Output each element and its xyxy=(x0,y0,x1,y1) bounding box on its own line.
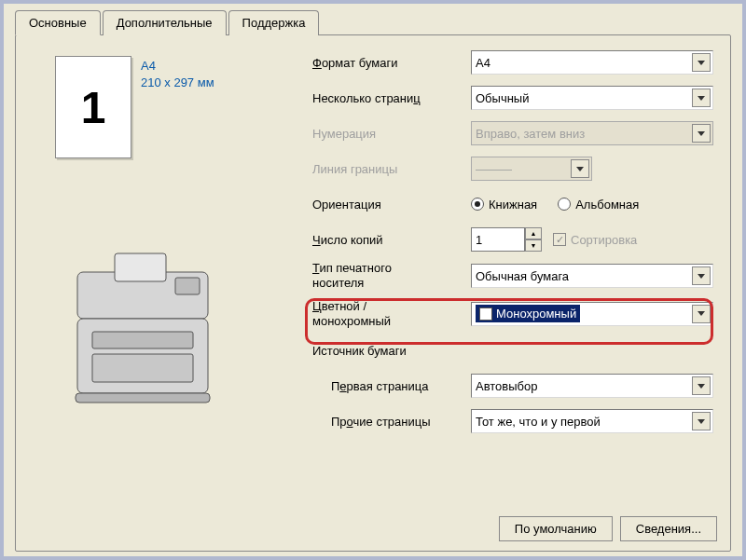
page-dimensions: 210 x 297 мм xyxy=(141,75,214,91)
tab-support[interactable]: Поддержка xyxy=(228,10,320,35)
svg-rect-5 xyxy=(92,354,193,382)
svg-rect-2 xyxy=(175,278,200,294)
page-preview: 1 xyxy=(55,56,131,158)
svg-rect-4 xyxy=(92,332,193,348)
radio-dot-icon xyxy=(558,198,571,211)
chevron-down-icon xyxy=(692,376,711,395)
combo-multi-page[interactable]: Обычный xyxy=(471,86,713,110)
svg-rect-6 xyxy=(76,393,210,403)
spin-copies[interactable]: ▲ ▼ xyxy=(471,227,546,252)
combo-border-lines: ——— xyxy=(471,157,592,181)
label-other-pages: Прочие страницы xyxy=(312,415,471,429)
label-border-lines: Линия границы xyxy=(312,162,471,176)
checkbox-box-icon: ✓ xyxy=(553,233,566,246)
tab-main[interactable]: Основные xyxy=(15,10,101,35)
chevron-down-icon xyxy=(692,53,711,72)
spin-up-icon[interactable]: ▲ xyxy=(525,227,542,239)
defaults-button[interactable]: По умолчанию xyxy=(499,516,613,541)
printer-properties-dialog: Основные Дополнительные Поддержка 1 A4 2… xyxy=(4,4,742,556)
combo-color-mode[interactable]: Монохромный xyxy=(471,302,713,326)
combo-other-pages[interactable]: Тот же, что и у первой xyxy=(471,409,713,433)
combo-numbering: Вправо, затем вниз xyxy=(471,121,713,145)
combo-media-type[interactable]: Обычная бумага xyxy=(471,264,713,288)
label-copies: Число копий xyxy=(312,233,471,247)
radio-dot-icon xyxy=(471,198,484,211)
chevron-down-icon xyxy=(571,159,589,178)
chevron-down-icon xyxy=(692,124,711,143)
dialog-buttons: По умолчанию Сведения... xyxy=(499,516,717,541)
combo-paper-format[interactable]: A4 xyxy=(471,50,713,75)
tab-strip: Основные Дополнительные Поддержка xyxy=(4,4,742,34)
label-numbering: Нумерация xyxy=(312,127,471,141)
copies-input[interactable] xyxy=(471,227,525,252)
printer-illustration xyxy=(49,235,236,424)
label-paper-format: Формат бумаги xyxy=(312,56,471,70)
monochrome-swatch-icon xyxy=(479,307,492,321)
chevron-down-icon xyxy=(692,89,711,107)
spin-down-icon[interactable]: ▼ xyxy=(525,239,542,252)
checkbox-collate: ✓ Сортировка xyxy=(553,233,637,247)
chevron-down-icon xyxy=(692,266,711,285)
combo-first-page[interactable]: Автовыбор xyxy=(471,374,713,398)
label-paper-source: Источник бумаги xyxy=(312,344,471,358)
label-color-mode: Цветной /монохромный xyxy=(312,299,471,330)
about-button[interactable]: Сведения... xyxy=(620,516,717,541)
page-format-name: A4 xyxy=(141,58,214,75)
page-info: A4 210 x 297 мм xyxy=(141,58,214,91)
label-orientation: Ориентация xyxy=(312,198,471,212)
label-multi-page: Несколько страниц xyxy=(312,91,471,105)
tab-extra[interactable]: Дополнительные xyxy=(103,10,227,35)
tab-panel-main: 1 A4 210 x 297 мм Форм xyxy=(15,34,731,552)
chevron-down-icon xyxy=(692,305,711,323)
chevron-down-icon xyxy=(692,412,711,430)
settings-column: Формат бумаги A4 Несколько страниц Обычн… xyxy=(312,48,713,443)
svg-rect-1 xyxy=(115,253,166,281)
label-media-type: Тип печатногоносителя xyxy=(312,261,471,292)
radio-landscape[interactable]: Альбомная xyxy=(558,198,639,212)
radio-portrait[interactable]: Книжная xyxy=(471,198,537,212)
label-first-page: Первая страница xyxy=(312,379,471,393)
